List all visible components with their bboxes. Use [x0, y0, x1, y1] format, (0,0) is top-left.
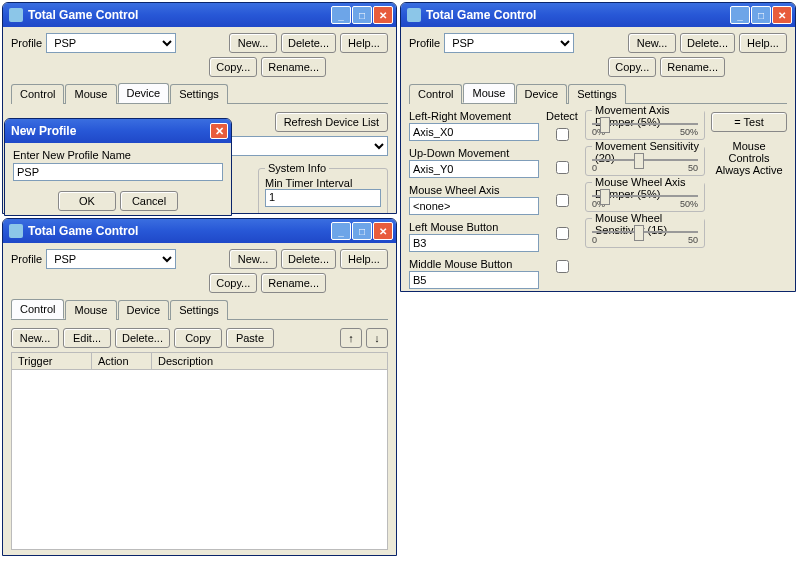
test-button[interactable]: = Test	[711, 112, 787, 132]
cancel-button[interactable]: Cancel	[120, 191, 178, 211]
tab-settings[interactable]: Settings	[568, 84, 626, 104]
ud-field[interactable]	[409, 160, 539, 178]
tab-device[interactable]: Device	[516, 84, 568, 104]
rename-button[interactable]: Rename...	[660, 57, 725, 77]
profile-select[interactable]: PSP	[444, 33, 574, 53]
help-button[interactable]: Help...	[340, 249, 388, 269]
refresh-device-button[interactable]: Refresh Device List	[275, 112, 388, 132]
window-mouse: Total Game Control _ □ ✕ Profile PSP New…	[400, 2, 796, 292]
lr-field[interactable]	[409, 123, 539, 141]
tab-device[interactable]: Device	[118, 300, 170, 320]
ud-label: Up-Down Movement	[409, 147, 514, 159]
lmb-field[interactable]	[409, 234, 539, 252]
profile-select[interactable]: PSP	[46, 249, 176, 269]
dialog-close-button[interactable]: ✕	[210, 123, 228, 139]
profile-select[interactable]: PSP	[46, 33, 176, 53]
window-title: Total Game Control	[426, 8, 730, 22]
window-control: Total Game Control _ □ ✕ Profile PSP New…	[2, 218, 397, 556]
min-timer-label: Min Timer Interval	[265, 177, 381, 189]
help-button[interactable]: Help...	[340, 33, 388, 53]
new-button[interactable]: New...	[229, 249, 277, 269]
app-icon	[9, 224, 23, 238]
new-profile-dialog: New Profile ✕ Enter New Profile Name OK …	[4, 118, 232, 216]
minimize-button[interactable]: _	[730, 6, 750, 24]
rename-button[interactable]: Rename...	[261, 273, 326, 293]
control-edit-button[interactable]: Edit...	[63, 328, 111, 348]
lmb-label: Left Mouse Button	[409, 221, 514, 233]
detect-wheel-checkbox[interactable]	[556, 194, 569, 207]
window-title: Total Game Control	[28, 8, 331, 22]
rename-button[interactable]: Rename...	[261, 57, 326, 77]
titlebar[interactable]: Total Game Control _ □ ✕	[401, 3, 795, 27]
detect-label: Detect	[545, 110, 579, 122]
new-button[interactable]: New...	[628, 33, 676, 53]
tab-mouse[interactable]: Mouse	[65, 84, 116, 104]
control-list[interactable]	[11, 370, 388, 550]
mmb-label: Middle Mouse Button	[409, 258, 514, 270]
delete-button[interactable]: Delete...	[281, 33, 336, 53]
app-icon	[407, 8, 421, 22]
lr-label: Left-Right Movement	[409, 110, 514, 122]
col-action[interactable]: Action	[92, 353, 152, 369]
profile-name-input[interactable]	[13, 163, 223, 181]
tab-control[interactable]: Control	[11, 84, 64, 104]
detect-ud-checkbox[interactable]	[556, 161, 569, 174]
control-delete-button[interactable]: Delete...	[115, 328, 170, 348]
always-active-label: Mouse Controls Always Active	[711, 140, 787, 176]
close-button[interactable]: ✕	[373, 222, 393, 240]
tabs: Control Mouse Device Settings	[11, 83, 388, 104]
titlebar[interactable]: Total Game Control _ □ ✕	[3, 219, 396, 243]
wheel-damper-slider[interactable]	[592, 195, 698, 197]
new-button[interactable]: New...	[229, 33, 277, 53]
detect-mmb-checkbox[interactable]	[556, 260, 569, 273]
profile-label: Profile	[11, 37, 42, 49]
mmb-field[interactable]	[409, 271, 539, 289]
wheel-sens-slider[interactable]	[592, 231, 698, 233]
app-icon	[9, 8, 23, 22]
detect-lmb-checkbox[interactable]	[556, 227, 569, 240]
damper-slider[interactable]	[592, 123, 698, 125]
col-description[interactable]: Description	[152, 353, 387, 369]
control-copy-button[interactable]: Copy	[174, 328, 222, 348]
profile-prompt: Enter New Profile Name	[13, 149, 223, 161]
detect-lr-checkbox[interactable]	[556, 128, 569, 141]
copy-button[interactable]: Copy...	[209, 273, 257, 293]
control-new-button[interactable]: New...	[11, 328, 59, 348]
control-paste-button[interactable]: Paste	[226, 328, 274, 348]
tab-device[interactable]: Device	[118, 83, 170, 103]
sensitivity-slider[interactable]	[592, 159, 698, 161]
dialog-titlebar[interactable]: New Profile ✕	[5, 119, 231, 143]
ok-button[interactable]: OK	[58, 191, 116, 211]
tab-control[interactable]: Control	[409, 84, 462, 104]
minimize-button[interactable]: _	[331, 6, 351, 24]
tab-mouse[interactable]: Mouse	[463, 83, 514, 103]
maximize-button[interactable]: □	[751, 6, 771, 24]
copy-button[interactable]: Copy...	[209, 57, 257, 77]
profile-label: Profile	[11, 253, 42, 265]
window-title: Total Game Control	[28, 224, 331, 238]
move-down-button[interactable]: ↓	[366, 328, 388, 348]
close-button[interactable]: ✕	[772, 6, 792, 24]
tab-settings[interactable]: Settings	[170, 300, 228, 320]
dialog-title: New Profile	[11, 124, 210, 138]
tab-mouse[interactable]: Mouse	[65, 300, 116, 320]
max-timer-label: Max Timer Interval	[265, 213, 381, 214]
minimize-button[interactable]: _	[331, 222, 351, 240]
delete-button[interactable]: Delete...	[680, 33, 735, 53]
tabs: Control Mouse Device Settings	[409, 83, 787, 104]
maximize-button[interactable]: □	[352, 222, 372, 240]
tabs: Control Mouse Device Settings	[11, 299, 388, 320]
maximize-button[interactable]: □	[352, 6, 372, 24]
close-button[interactable]: ✕	[373, 6, 393, 24]
control-list-header: Trigger Action Description	[11, 352, 388, 370]
min-timer-value: 1	[265, 189, 381, 207]
wheel-field[interactable]	[409, 197, 539, 215]
delete-button[interactable]: Delete...	[281, 249, 336, 269]
titlebar[interactable]: Total Game Control _ □ ✕	[3, 3, 396, 27]
help-button[interactable]: Help...	[739, 33, 787, 53]
tab-settings[interactable]: Settings	[170, 84, 228, 104]
col-trigger[interactable]: Trigger	[12, 353, 92, 369]
copy-button[interactable]: Copy...	[608, 57, 656, 77]
tab-control[interactable]: Control	[11, 299, 64, 319]
move-up-button[interactable]: ↑	[340, 328, 362, 348]
